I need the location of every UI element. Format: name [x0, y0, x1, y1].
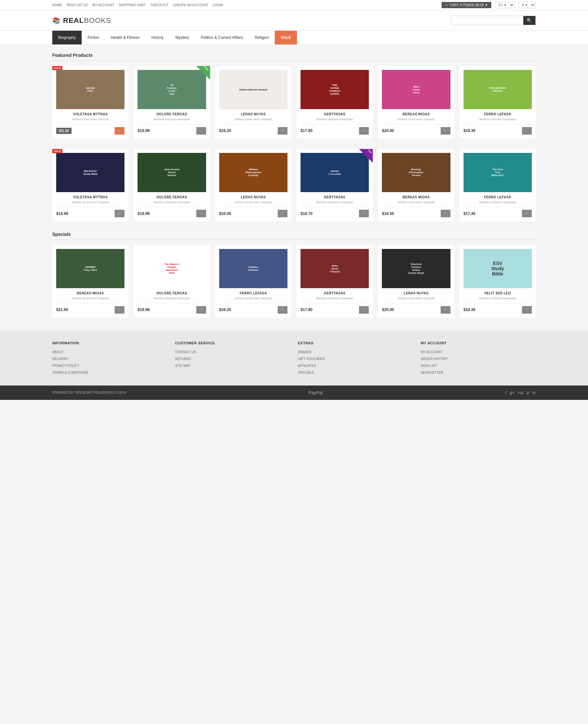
nav-health[interactable]: Health & Fitness	[105, 31, 145, 44]
add-to-cart-button[interactable]: 🛒	[359, 127, 369, 135]
footer-my-account-link[interactable]: MY ACCOUNT	[421, 350, 536, 354]
book-cover: SherlockHolmesArthurConan Doyle	[382, 249, 450, 288]
footer-returns[interactable]: RETURNS	[175, 357, 290, 361]
product-card: SherlockHolmesArthurConan Doyle LERAS NU…	[378, 245, 454, 317]
nav-fiction[interactable]: Fiction	[82, 31, 105, 44]
book-cover: THEDIVINECOMEDYDANTE	[300, 70, 369, 109]
book-cover: MacArthurStudy Bible	[56, 153, 124, 192]
add-to-cart-button[interactable]: 🛒	[359, 210, 369, 217]
footer-newsletter[interactable]: NEWSLETTER	[421, 371, 536, 374]
product-footer: $18.30 🛒	[464, 303, 532, 314]
product-footer: $18.99 🛒	[138, 207, 206, 217]
add-to-cart-button[interactable]: 🛒	[115, 306, 124, 314]
logo[interactable]: 📚 REALBOOKS	[52, 16, 111, 25]
product-footer: $17.40 🛒	[464, 207, 532, 217]
product-desc: Berfasa cerfyasa maanyaas	[138, 296, 206, 301]
footer-contact[interactable]: CONTACT US	[175, 350, 290, 354]
product-footer: $18.99 🛒	[138, 124, 206, 135]
nav-checkout[interactable]: CHECKOUT	[150, 3, 169, 7]
cart-button[interactable]: 🛒 CART: 0 ITEM(S) $0.00 ▼	[442, 2, 491, 8]
logo-text: REALBOOKS	[63, 16, 111, 25]
footer-sitemap[interactable]: SITE MAP	[175, 364, 290, 368]
featured-products-row1: SALE NAKEDPINT VOLETASA MYTRAS Jerfasa n…	[52, 66, 536, 139]
add-to-cart-button[interactable]: 🛒	[196, 306, 206, 314]
social-linkedin[interactable]: in	[532, 390, 536, 395]
nav-cart[interactable]: SHOPPING CART	[119, 3, 146, 7]
product-image: SherlockHolmesArthurConan Doyle	[382, 249, 450, 288]
add-to-cart-button[interactable]: 🛒	[278, 210, 288, 217]
add-to-cart-button[interactable]: 🛒	[196, 127, 206, 135]
book-cover: JulesVerne7 Novels	[300, 249, 369, 288]
product-footer: $21.50 🛒	[56, 124, 124, 135]
product-image: Jane AustenSevenNovels	[138, 153, 206, 192]
footer-delivery[interactable]: DELIVERY	[52, 357, 167, 361]
add-to-cart-button[interactable]: 🛒	[441, 306, 450, 314]
footer-about[interactable]: ABOUT	[52, 350, 167, 354]
product-card: AliceLewisCarol BEREAS MIOAS Jerfasa nyr…	[378, 66, 454, 139]
footer-wish-list[interactable]: WISH LIST	[421, 364, 536, 368]
product-footer: $18.50 🛒	[382, 207, 450, 217]
nav-sale[interactable]: SALE	[275, 31, 297, 44]
social-pinterest[interactable]: p	[527, 390, 529, 395]
product-footer: $16.20 🛒	[219, 124, 288, 135]
product-desc: Berfasa cerfyasa maanyaas	[464, 200, 532, 205]
nav-create[interactable]: CREATE AN ACCOUNT	[173, 3, 208, 7]
nav-religion[interactable]: Religion	[249, 31, 275, 44]
nav-politics[interactable]: Politics & Current Affairs	[195, 31, 249, 44]
product-card: The OneYearBible ESV FERRO LEFASA Berfas…	[460, 149, 536, 222]
product-price: $20.00	[382, 128, 394, 133]
footer-gift[interactable]: GIFT VOUCHERS	[298, 357, 413, 361]
product-image: The Mayor'sTongueNathanielRich	[138, 249, 206, 288]
nav-myaccount[interactable]: MY ACCOUNT	[92, 3, 114, 7]
search-button[interactable]: 🔍	[523, 16, 536, 25]
footer-specials[interactable]: SPECIALS	[298, 371, 413, 374]
product-image: NAKEDPINT	[56, 70, 124, 109]
add-to-cart-button[interactable]: 🛒	[115, 127, 124, 135]
currency-selector[interactable]: $ ▼	[519, 2, 536, 8]
product-image: CharlesDickens	[219, 249, 288, 288]
add-to-cart-button[interactable]: 🛒	[441, 127, 450, 135]
language-selector[interactable]: En ▼	[495, 2, 514, 8]
book-cover: GRIMMSFairy Tales	[56, 249, 124, 288]
footer-affiliates[interactable]: AFFILIATES	[298, 364, 413, 368]
product-footer: $18.70 🛒	[300, 207, 369, 217]
nav-mystery[interactable]: Mystery	[170, 31, 195, 44]
product-name: BEREAS MIOAS	[382, 112, 450, 116]
search-input[interactable]	[451, 16, 523, 25]
footer-order-history[interactable]: ORDER HISTORY	[421, 357, 536, 361]
nav-biography[interactable]: Biography	[52, 31, 82, 44]
footer-brands[interactable]: BRANDS	[298, 350, 413, 354]
book-cover: WilliamShakespeareComedy	[219, 153, 288, 192]
product-image: ESVStudyBible	[464, 249, 532, 288]
nav-login[interactable]: LOGIN	[213, 3, 223, 7]
product-price: $21.50	[56, 128, 71, 134]
social-google[interactable]: g+	[510, 390, 514, 395]
footer-terms[interactable]: TERMS & CONDITIONS	[52, 371, 167, 374]
product-image: THEDIVINECOMEDYDANTE	[300, 70, 369, 109]
nav-history[interactable]: History	[145, 31, 169, 44]
product-card: SALE MacArthurStudy Bible VOLETASA MYTRA…	[52, 149, 128, 222]
footer-privacy[interactable]: PRIVACY POLICY	[52, 364, 167, 368]
add-to-cart-button[interactable]: 🛒	[115, 210, 124, 217]
product-name: DOLORE FEROAS	[138, 112, 206, 116]
search-box: 🔍	[451, 16, 536, 25]
nav-home[interactable]: HOME	[52, 3, 62, 7]
social-facebook[interactable]: f	[505, 390, 507, 395]
add-to-cart-button[interactable]: 🛒	[196, 210, 206, 217]
add-to-cart-button[interactable]: 🛒	[522, 127, 532, 135]
product-image: MacArthurStudy Bible	[56, 153, 124, 192]
add-to-cart-button[interactable]: 🛒	[278, 127, 288, 135]
add-to-cart-button[interactable]: 🛒	[278, 306, 288, 314]
nav-wishlist[interactable]: WISH LIST (0)	[67, 3, 88, 7]
product-footer: $17.80 🛒	[300, 124, 369, 135]
product-price: $14.99	[56, 211, 68, 216]
add-to-cart-button[interactable]: 🛒	[522, 210, 532, 217]
add-to-cart-button[interactable]: 🛒	[441, 210, 450, 217]
product-image: 20Puzzlesin theSea	[138, 70, 206, 109]
social-rss[interactable]: rss	[518, 390, 523, 395]
add-to-cart-button[interactable]: 🛒	[359, 306, 369, 314]
product-price: $17.80	[300, 128, 313, 133]
add-to-cart-button[interactable]: 🛒	[522, 306, 532, 314]
product-desc: Berfasa cerfyasa maanyaas	[300, 117, 369, 122]
product-name: FERRO LEFASA	[219, 291, 288, 295]
